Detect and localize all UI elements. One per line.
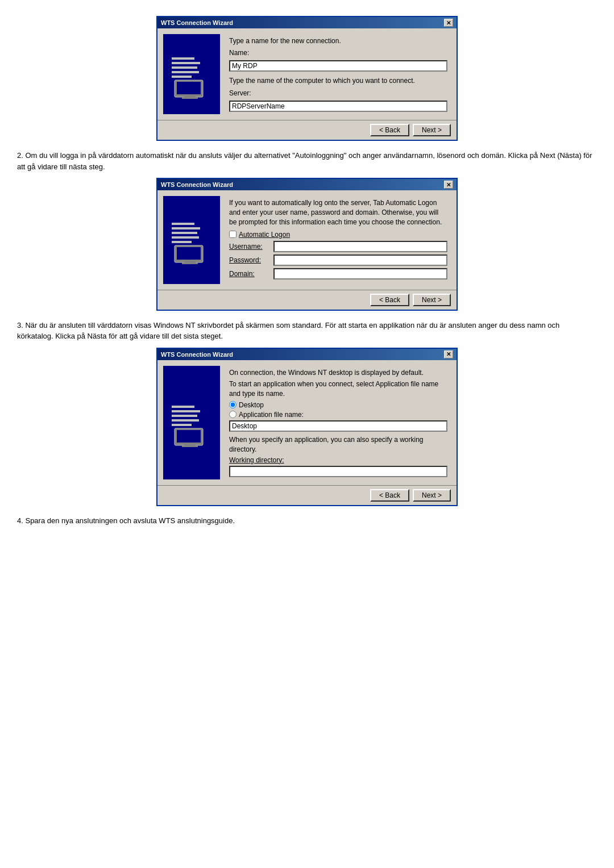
autologon-checkbox[interactable]: [229, 231, 237, 238]
step-3-number: 3.: [17, 321, 25, 329]
desc1: On connection, the Windows NT desktop is…: [229, 368, 447, 378]
username-input[interactable]: [273, 241, 447, 252]
svg-rect-14: [172, 236, 199, 239]
password-label: Password:: [229, 256, 270, 264]
svg-rect-27: [177, 430, 201, 443]
svg-rect-5: [172, 76, 192, 78]
dialog-1: WTS Connection Wizard ✕ Type: [156, 16, 458, 141]
next-button-2[interactable]: Next >: [413, 294, 451, 306]
working-dir-input[interactable]: [229, 466, 447, 477]
username-row: Username:: [229, 241, 447, 252]
dialog-body-2: If you want to automatically log onto th…: [157, 190, 457, 289]
content-3: On connection, the Windows NT desktop is…: [226, 366, 451, 480]
step-4-text: 4. Spara den nya anslutningen och avslut…: [17, 515, 597, 527]
name-input[interactable]: [229, 60, 447, 72]
icon-area-2: [163, 196, 220, 283]
autologon-label: Automatic Logon: [239, 231, 290, 239]
server-label: Server:: [229, 89, 447, 98]
wizard-icon-2: [166, 214, 217, 265]
svg-rect-29: [182, 445, 198, 447]
domain-input[interactable]: [273, 268, 447, 279]
svg-rect-22: [172, 410, 200, 412]
step-4-number: 4.: [17, 516, 25, 525]
content-2: If you want to automatically log onto th…: [226, 196, 451, 283]
svg-rect-11: [172, 223, 194, 225]
next-button-1[interactable]: Next >: [413, 124, 451, 136]
svg-rect-25: [172, 424, 192, 426]
svg-rect-23: [172, 415, 197, 417]
footer-1: < Back Next >: [157, 120, 457, 140]
dialog-2: WTS Connection Wizard ✕ If you want to a…: [156, 178, 458, 310]
svg-rect-19: [182, 262, 198, 264]
desktop-radio-row: Desktop: [229, 401, 447, 409]
autologon-checkbox-row: Automatic Logon: [229, 231, 447, 239]
appfile-radio-label: Application file name:: [239, 411, 304, 419]
desktop-radio-label: Desktop: [239, 401, 264, 409]
svg-rect-17: [177, 247, 201, 260]
svg-rect-3: [172, 66, 197, 69]
next-button-3[interactable]: Next >: [413, 489, 451, 502]
svg-rect-15: [172, 241, 192, 243]
svg-rect-13: [172, 232, 197, 234]
close-button-3[interactable]: ✕: [444, 350, 453, 358]
back-button-1[interactable]: < Back: [370, 124, 409, 136]
dialog-title-3: WTS Connection Wizard: [161, 351, 233, 358]
dialog-body-3: On connection, the Windows NT desktop is…: [157, 360, 457, 486]
footer-3: < Back Next >: [157, 485, 457, 505]
step-3-text: 3. När du är ansluten till värddatorn vi…: [17, 320, 597, 342]
step-2-number: 2.: [17, 151, 25, 160]
wizard-icon-3: [166, 397, 217, 448]
wizard-icon-1: [166, 49, 217, 100]
svg-rect-7: [177, 82, 201, 94]
server-instruction: Type the name of the computer to which y…: [229, 76, 447, 86]
footer-2: < Back Next >: [157, 290, 457, 310]
svg-rect-9: [182, 97, 198, 99]
desc3: When you specify an application, you can…: [229, 435, 447, 454]
instruction-line1: Type a name for the new connection.: [229, 36, 447, 46]
svg-rect-21: [172, 406, 194, 408]
appfile-radio-row: Application file name:: [229, 411, 447, 419]
svg-rect-1: [172, 57, 194, 60]
close-button-1[interactable]: ✕: [444, 19, 453, 27]
content-1: Type a name for the new connection. Name…: [226, 34, 451, 114]
back-button-2[interactable]: < Back: [370, 294, 409, 306]
icon-area-1: [163, 34, 220, 114]
titlebar-1: WTS Connection Wizard ✕: [157, 17, 457, 28]
desc2: To start an application when you connect…: [229, 379, 447, 399]
auto-logon-description: If you want to automatically log onto th…: [229, 198, 447, 227]
svg-rect-2: [172, 62, 200, 64]
desktop-radio[interactable]: [229, 401, 237, 408]
step-2-text: 2. Om du vill logga in på värddatorn aut…: [17, 150, 597, 172]
dialog-3: WTS Connection Wizard ✕ On connection, t…: [156, 348, 458, 507]
domain-row: Domain:: [229, 268, 447, 279]
username-label: Username:: [229, 243, 270, 251]
domain-label: Domain:: [229, 270, 270, 278]
password-row: Password:: [229, 254, 447, 266]
server-input[interactable]: [229, 101, 447, 112]
svg-rect-12: [172, 227, 200, 229]
working-dir-label: Working directory:: [229, 456, 447, 465]
titlebar-3: WTS Connection Wizard ✕: [157, 349, 457, 360]
password-input[interactable]: [273, 254, 447, 266]
dialog-title-2: WTS Connection Wizard: [161, 181, 233, 188]
dialog-body-1: Type a name for the new connection. Name…: [157, 28, 457, 120]
svg-rect-4: [172, 71, 199, 73]
dialog-title-1: WTS Connection Wizard: [161, 19, 233, 26]
svg-rect-24: [172, 419, 199, 422]
close-button-2[interactable]: ✕: [444, 181, 453, 189]
app-filename-input[interactable]: [229, 420, 447, 432]
appfile-radio[interactable]: [229, 411, 237, 418]
icon-area-3: [163, 366, 220, 480]
titlebar-2: WTS Connection Wizard ✕: [157, 179, 457, 190]
name-label: Name:: [229, 48, 447, 58]
back-button-3[interactable]: < Back: [370, 489, 409, 502]
